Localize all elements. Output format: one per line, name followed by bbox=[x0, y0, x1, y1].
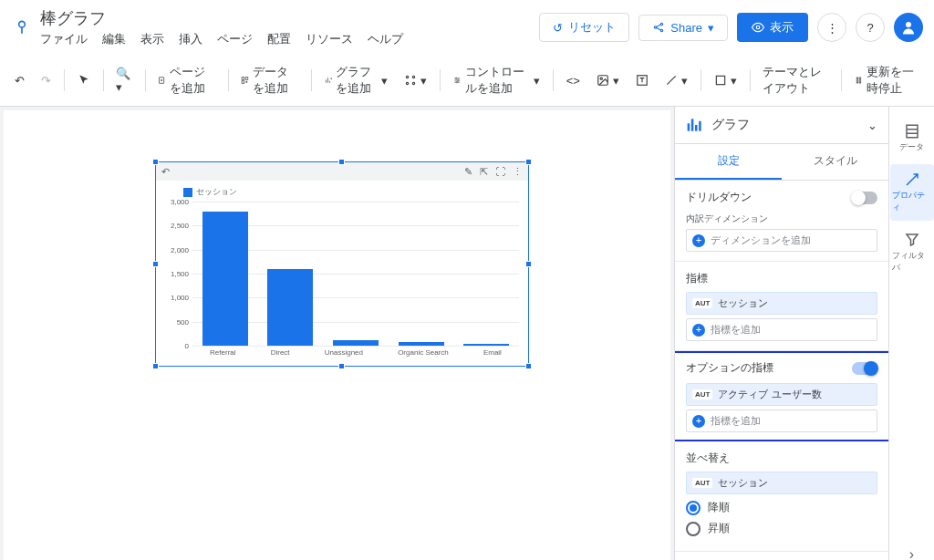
panel-title: グラフ bbox=[711, 117, 860, 133]
doc-title[interactable]: 棒グラフ bbox=[40, 7, 539, 29]
line-tool[interactable]: ▾ bbox=[658, 68, 695, 93]
svg-point-15 bbox=[458, 79, 459, 80]
chart-x-label: Direct bbox=[271, 348, 290, 357]
svg-rect-26 bbox=[699, 121, 701, 131]
rail-filter-tab[interactable]: フィルタバ bbox=[890, 224, 934, 281]
chart-edit-icon[interactable]: ✎ bbox=[464, 166, 472, 178]
user-avatar[interactable] bbox=[894, 13, 923, 42]
add-optional-metric-button[interactable]: +指標を追加 bbox=[686, 410, 877, 432]
svg-point-1 bbox=[655, 26, 657, 28]
image-tool[interactable]: ▾ bbox=[589, 68, 627, 93]
reset-button[interactable]: ↺ リセット bbox=[539, 13, 629, 42]
more-options-button[interactable]: ⋮ bbox=[817, 13, 846, 42]
undo-button[interactable]: ↶ bbox=[7, 68, 32, 93]
tab-setup[interactable]: 設定 bbox=[675, 144, 782, 180]
chart-bar[interactable] bbox=[463, 344, 509, 346]
add-page-tool[interactable]: ページを追加 bbox=[150, 58, 223, 102]
panel-collapse-icon[interactable]: ⌄ bbox=[867, 119, 877, 132]
shape-tool[interactable]: ▾ bbox=[707, 68, 744, 93]
embed-tool[interactable]: <> bbox=[559, 68, 587, 93]
help-button[interactable]: ? bbox=[856, 13, 885, 42]
share-button[interactable]: Share ▾ bbox=[638, 15, 728, 41]
tab-style[interactable]: スタイル bbox=[782, 144, 888, 180]
chart-element[interactable]: ↶ ✎ ⇱ ⛶ ⋮ セッション 05001,0001,5002,0002,500… bbox=[155, 161, 529, 367]
svg-point-2 bbox=[661, 23, 663, 25]
side-rail: データ プロパティ フィルタバ › bbox=[888, 107, 934, 560]
rail-data-tab[interactable]: データ bbox=[890, 116, 934, 161]
community-viz-tool[interactable]: ▾ bbox=[397, 68, 434, 93]
optional-metric-toggle[interactable] bbox=[852, 362, 877, 375]
add-metric-button[interactable]: +指標を追加 bbox=[686, 318, 877, 341]
svg-point-10 bbox=[407, 76, 409, 78]
menu-edit[interactable]: 編集 bbox=[102, 31, 126, 47]
svg-rect-21 bbox=[856, 78, 857, 83]
chart-more-icon[interactable]: ⋮ bbox=[513, 166, 523, 178]
chart-undo-icon[interactable]: ↶ bbox=[161, 166, 170, 178]
redo-button[interactable]: ↷ bbox=[34, 68, 58, 93]
chart-bar[interactable] bbox=[399, 342, 444, 346]
chart-bar[interactable] bbox=[333, 340, 379, 346]
menu-help[interactable]: ヘルプ bbox=[368, 31, 403, 47]
svg-point-13 bbox=[413, 82, 415, 84]
svg-point-12 bbox=[407, 82, 409, 84]
menubar: ファイル 編集 表示 挿入 ページ 配置 リソース ヘルプ bbox=[40, 31, 539, 47]
chart-x-label: Organic Search bbox=[398, 348, 449, 357]
chart-share-icon[interactable]: ⇱ bbox=[480, 166, 488, 178]
svg-point-0 bbox=[19, 21, 26, 27]
svg-rect-20 bbox=[716, 76, 724, 84]
select-tool[interactable] bbox=[70, 68, 98, 92]
chart-bar[interactable] bbox=[202, 212, 248, 346]
canvas[interactable]: ↶ ✎ ⇱ ⛶ ⋮ セッション 05001,0001,5002,0002,500… bbox=[0, 107, 674, 560]
svg-rect-9 bbox=[243, 81, 245, 84]
sort-desc-radio[interactable]: 降順 bbox=[686, 500, 877, 515]
svg-point-14 bbox=[455, 78, 456, 78]
chart-x-label: Referral bbox=[210, 348, 235, 357]
view-button[interactable]: 表示 bbox=[737, 13, 808, 42]
svg-rect-23 bbox=[688, 123, 690, 130]
drilldown-toggle[interactable] bbox=[852, 192, 877, 204]
app-logo bbox=[11, 16, 33, 38]
chart-legend-label: セッション bbox=[196, 186, 237, 198]
sort-section-label: 並べ替え bbox=[686, 451, 877, 466]
svg-point-5 bbox=[906, 22, 911, 27]
menu-view[interactable]: 表示 bbox=[140, 31, 164, 47]
chart-toolbar: ↶ ✎ ⇱ ⛶ ⋮ bbox=[156, 162, 528, 181]
chart-x-label: Unassigned bbox=[325, 348, 363, 357]
chart-x-label: Email bbox=[483, 348, 502, 357]
zoom-tool[interactable]: 🔍 ▾ bbox=[109, 61, 139, 99]
metric-active-users-chip[interactable]: AUTアクティブ ユーザー数 bbox=[686, 383, 877, 406]
menu-page[interactable]: ページ bbox=[217, 31, 253, 47]
svg-point-3 bbox=[661, 29, 663, 31]
sort-asc-radio[interactable]: 昇順 bbox=[686, 521, 877, 536]
pause-update-button[interactable]: 更新を一時停止 bbox=[847, 58, 927, 102]
add-chart-tool[interactable]: グラフを追加 ▾ bbox=[317, 58, 396, 102]
add-control-tool[interactable]: コントロールを追加 ▾ bbox=[446, 58, 547, 102]
drilldown-label: ドリルダウン bbox=[686, 190, 752, 205]
chart-type-icon bbox=[686, 116, 704, 134]
add-data-tool[interactable]: データを追加 bbox=[234, 58, 306, 102]
text-tool[interactable] bbox=[628, 68, 656, 92]
rail-expand-button[interactable]: › bbox=[909, 546, 914, 560]
svg-point-11 bbox=[413, 76, 415, 78]
menu-insert[interactable]: 挿入 bbox=[179, 31, 202, 47]
svg-rect-25 bbox=[695, 125, 698, 131]
add-dimension-button[interactable]: +ディメンションを追加 bbox=[686, 229, 877, 252]
svg-rect-8 bbox=[246, 78, 249, 80]
svg-rect-24 bbox=[691, 119, 694, 130]
svg-rect-27 bbox=[907, 125, 918, 138]
menu-resource[interactable]: リソース bbox=[306, 31, 353, 47]
menu-file[interactable]: ファイル bbox=[40, 31, 88, 47]
metric-session-chip[interactable]: AUTセッション bbox=[686, 292, 877, 315]
menu-arrange[interactable]: 配置 bbox=[267, 31, 291, 47]
svg-point-4 bbox=[756, 26, 760, 29]
theme-layout-tool[interactable]: テーマとレイアウト bbox=[755, 58, 839, 102]
svg-point-16 bbox=[456, 81, 457, 82]
optional-metric-label: オプションの指標 bbox=[686, 360, 773, 376]
rail-properties-tab[interactable]: プロパティ bbox=[890, 164, 934, 221]
chart-bar[interactable] bbox=[267, 269, 313, 346]
svg-rect-22 bbox=[859, 78, 860, 83]
sort-metric-chip[interactable]: AUTセッション bbox=[686, 472, 877, 494]
svg-point-18 bbox=[600, 78, 602, 79]
metric-section-label: 指標 bbox=[686, 271, 877, 286]
chart-fullscreen-icon[interactable]: ⛶ bbox=[495, 166, 505, 178]
